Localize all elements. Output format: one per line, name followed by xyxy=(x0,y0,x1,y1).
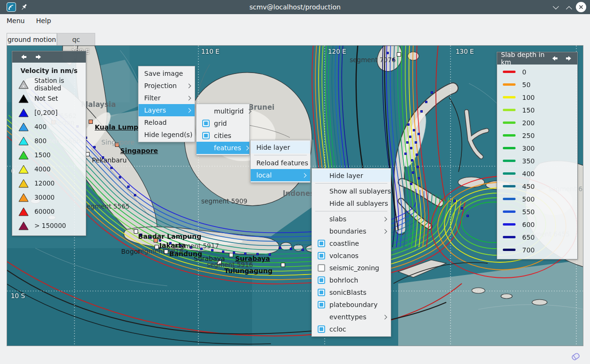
station-triangle-icon xyxy=(18,178,29,188)
menu-item-multigrid[interactable]: multigrid xyxy=(197,105,249,117)
volcano-marker xyxy=(180,244,182,247)
menu-item-eventtypes[interactable]: eventtypes xyxy=(312,311,391,323)
menu-item-cities[interactable]: cities xyxy=(197,129,249,142)
legend-item-label: Station is disabled xyxy=(34,77,86,92)
volcano-marker xyxy=(127,186,130,188)
checkbox-checked-icon[interactable] xyxy=(318,289,325,296)
velocity-legend-title: Velocity in nm/s xyxy=(12,63,86,76)
station-triangle-icon xyxy=(18,150,29,160)
volcano-marker xyxy=(149,236,152,239)
menubar-item-menu[interactable]: Menu xyxy=(2,15,29,26)
checkbox-checked-icon[interactable] xyxy=(202,120,210,127)
event-marker[interactable] xyxy=(154,238,158,243)
station-marker[interactable] xyxy=(217,260,221,265)
legend-item-label: 30000 xyxy=(34,194,55,201)
volcano-marker xyxy=(406,141,409,144)
menu-item-show-all-sublayers[interactable]: Show all sublayers xyxy=(312,185,391,197)
station-marker[interactable] xyxy=(281,263,285,267)
legend-item-depth-100: 100 xyxy=(497,91,577,104)
menu-item-label: Show all sublayers xyxy=(329,187,391,195)
legend-item-label: Not Set xyxy=(34,95,58,102)
menu-item-plateboundary[interactable]: plateboundary xyxy=(312,299,391,311)
menu-item-reload[interactable]: Reload xyxy=(139,116,195,129)
legend-item-label: 1500 xyxy=(34,151,50,159)
legend-item-label: 200 xyxy=(522,119,535,127)
checkbox-checked-icon[interactable] xyxy=(318,325,325,333)
menu-item-layers[interactable]: Layers xyxy=(139,104,195,116)
menu-item-filter[interactable]: Filter xyxy=(139,92,195,104)
volcano-marker xyxy=(415,141,417,144)
menu-item-seismic-zoning[interactable]: seismic_zoning xyxy=(312,262,391,274)
station-marker[interactable] xyxy=(397,52,401,57)
menu-item-sonicblasts[interactable]: sonicBlasts xyxy=(312,286,391,299)
volcano-marker xyxy=(290,248,292,250)
volcano-marker xyxy=(190,246,192,249)
title-bar[interactable]: scmv@localhost/production xyxy=(0,0,590,14)
menu-item-volcanos[interactable]: volcanos xyxy=(312,250,391,262)
menu-item-projection[interactable]: Projection xyxy=(139,80,195,92)
checkbox-checked-icon[interactable] xyxy=(318,240,325,247)
volcano-marker xyxy=(417,166,419,168)
event-marker[interactable] xyxy=(115,143,119,147)
depth-line-swatch xyxy=(503,198,516,200)
legend-item-label: 300 xyxy=(522,145,535,152)
station-triangle-icon xyxy=(18,221,29,230)
legend-next-button[interactable] xyxy=(33,53,43,61)
legend-item-4000: 4000 xyxy=(12,162,86,176)
volcano-marker xyxy=(169,242,172,244)
station-marker[interactable] xyxy=(134,229,138,234)
legend-prev-button[interactable] xyxy=(550,55,560,62)
menu-item-bohrloch[interactable]: bohrloch xyxy=(312,274,391,286)
menubar-item-help[interactable]: Help xyxy=(31,15,56,26)
event-marker[interactable] xyxy=(89,120,93,124)
minimize-button[interactable] xyxy=(551,3,560,12)
depth-line-swatch xyxy=(503,160,516,162)
volcano-marker xyxy=(461,207,463,210)
application-window: scmv@localhost/production Menu Help grou… xyxy=(0,0,590,364)
volcano-marker xyxy=(409,136,411,138)
menu-item-ccloc[interactable]: ccloc xyxy=(312,323,391,335)
submenu-arrow-icon xyxy=(187,108,191,113)
menu-item-label: multigrid xyxy=(214,107,244,115)
station-marker[interactable] xyxy=(155,245,159,249)
checkbox-checked-icon[interactable] xyxy=(318,276,325,284)
tab-qc[interactable]: qc xyxy=(57,33,95,45)
menu-bar: Menu Help xyxy=(0,14,590,27)
menu-item-save-image[interactable]: Save image xyxy=(139,67,195,80)
legend-item-label: 50 xyxy=(522,81,531,89)
close-button[interactable] xyxy=(576,2,586,12)
volcano-marker xyxy=(93,146,96,148)
depth-line-swatch xyxy=(503,249,516,251)
checkbox-checked-icon[interactable] xyxy=(202,132,210,139)
station-triangle-icon xyxy=(18,193,29,202)
legend-item-depth-600: 600 xyxy=(497,218,577,231)
menu-item-label: Hide layer xyxy=(256,144,306,151)
volcano-marker xyxy=(411,159,413,162)
menu-item-hide-layer[interactable]: Hide layer xyxy=(312,170,391,182)
legend-next-button[interactable] xyxy=(563,55,574,62)
maximize-button[interactable] xyxy=(565,3,573,12)
menu-item-hide-legend-s[interactable]: Hide legend(s) xyxy=(139,129,195,141)
menu-item-label: coastline xyxy=(329,240,386,247)
slab-legend-header[interactable]: Slab depth in km xyxy=(497,52,577,65)
velocity-legend-header[interactable] xyxy=(12,51,86,63)
legend-prev-button[interactable] xyxy=(19,53,29,61)
legend-item-label: 0 xyxy=(522,68,526,76)
menu-item-hide-all-sublayers[interactable]: Hide all sublayers xyxy=(312,197,391,210)
menu-item-reload-features[interactable]: Reload features xyxy=(251,157,310,169)
volcano-marker xyxy=(159,239,161,242)
checkbox-unchecked-icon[interactable] xyxy=(318,264,325,272)
checkbox-checked-icon[interactable] xyxy=(318,252,325,259)
tab-ground-motion[interactable]: ground motion xyxy=(7,33,57,45)
checkbox-checked-icon[interactable] xyxy=(318,301,325,308)
menu-item-local[interactable]: local xyxy=(251,169,310,181)
menu-item-label: Layers xyxy=(144,106,183,114)
menu-item-coastline[interactable]: coastline xyxy=(312,237,391,250)
menu-item-grid[interactable]: grid xyxy=(197,117,249,129)
menu-item-boundaries[interactable]: boundaries xyxy=(312,225,391,237)
menu-item-features[interactable]: features xyxy=(197,142,249,154)
map-tool-icon[interactable] xyxy=(569,351,582,362)
menu-item-slabs[interactable]: slabs xyxy=(312,213,391,225)
station-marker[interactable] xyxy=(164,250,168,254)
menu-item-hide-layer[interactable]: Hide layer xyxy=(251,141,310,154)
